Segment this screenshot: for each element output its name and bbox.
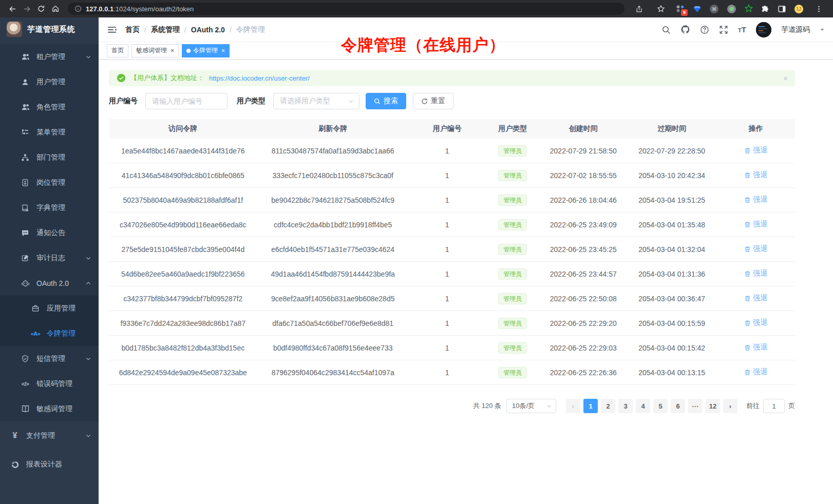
breadcrumb-item[interactable]: 系统管理 xyxy=(151,25,180,34)
cell-user-id: 1 xyxy=(409,221,486,229)
search-icon[interactable] xyxy=(661,25,671,34)
sidebar-item-oauth2-app[interactable]: 应用管理 xyxy=(0,296,99,321)
next-page-button[interactable]: › xyxy=(723,399,737,413)
trash-icon xyxy=(744,246,751,253)
user-name[interactable]: 芋道源码 xyxy=(781,25,810,34)
page-info-icon[interactable] xyxy=(74,5,82,12)
help-icon[interactable] xyxy=(700,25,709,34)
doc-link[interactable]: https://doc.iocoder.cn/user-center/ xyxy=(209,74,310,82)
reset-button[interactable]: 重置 xyxy=(413,93,453,109)
more-pages-icon[interactable]: ··· xyxy=(688,399,703,413)
gem-extension-icon[interactable] xyxy=(693,5,702,13)
force-logout-button[interactable]: 强退 xyxy=(744,294,767,303)
sidebar-item-label: 字典管理 xyxy=(36,203,65,212)
cell-user-type: 管理员 xyxy=(485,219,540,230)
recorder-extension-icon[interactable] xyxy=(727,4,736,14)
force-logout-button[interactable]: 强退 xyxy=(744,220,767,229)
table-row: f9336e7c7dd242a283ee98dc86b17a87 dfa6c71… xyxy=(109,311,795,336)
force-logout-button[interactable]: 强退 xyxy=(744,195,767,204)
page-button-4[interactable]: 4 xyxy=(636,399,650,413)
trash-icon xyxy=(744,197,751,203)
force-logout-button[interactable]: 强退 xyxy=(744,367,767,377)
cell-created-time: 2022-06-25 23:45:25 xyxy=(540,245,627,254)
github-icon[interactable] xyxy=(680,25,690,34)
page-button-3[interactable]: 3 xyxy=(618,399,633,413)
breadcrumb-item[interactable]: 首页 xyxy=(125,25,140,34)
page-button-2[interactable]: 2 xyxy=(601,399,615,413)
bookmark-star-icon[interactable] xyxy=(654,2,668,16)
blocker-extension-icon[interactable]: 9 xyxy=(676,4,685,13)
force-logout-button[interactable]: 强退 xyxy=(744,269,767,278)
force-logout-button[interactable]: 强退 xyxy=(744,318,767,327)
breadcrumb-item[interactable]: OAuth 2.0 xyxy=(191,26,225,34)
alert-close-icon[interactable]: × xyxy=(783,74,788,83)
chevron-down-icon[interactable] xyxy=(820,27,825,32)
browser-forward-icon[interactable] xyxy=(20,2,34,16)
tab-首页[interactable]: 首页 xyxy=(107,44,128,57)
page-size-select[interactable]: 10条/页 xyxy=(506,399,556,413)
side-panel-icon[interactable] xyxy=(778,5,786,13)
tab-令牌管理[interactable]: 令牌管理 × xyxy=(182,44,230,57)
search-button[interactable]: 搜索 xyxy=(366,93,406,109)
page-button-6[interactable]: 6 xyxy=(671,399,685,413)
user-avatar[interactable] xyxy=(756,22,771,37)
force-logout-button[interactable]: 强退 xyxy=(744,343,767,352)
cell-access-token: c347026e805e4d99b0d116eae66eda8c xyxy=(109,221,257,229)
force-logout-button[interactable]: 强退 xyxy=(744,146,767,155)
cell-created-time: 2022-06-25 22:29:03 xyxy=(540,344,627,352)
table-row: c347026e805e4d99b0d116eae66eda8c cdfc4ce… xyxy=(109,212,795,237)
font-size-icon[interactable]: TT xyxy=(738,25,746,34)
force-logout-button[interactable]: 强退 xyxy=(744,170,767,180)
sidebar-item-audit-log[interactable]: 审计日志 xyxy=(0,245,99,270)
browser-reload-icon[interactable] xyxy=(34,2,48,16)
profile-avatar-icon[interactable] xyxy=(794,4,804,14)
sidebar-item-sms[interactable]: 短信管理 xyxy=(0,346,99,371)
tab-敏感词管理[interactable]: 敏感词管理 × xyxy=(131,44,179,57)
puzzle-extensions-icon[interactable] xyxy=(761,5,770,13)
page-button-5[interactable]: 5 xyxy=(653,399,668,413)
logo-image xyxy=(7,22,22,37)
sidebar-item-dept[interactable]: 部门管理 xyxy=(0,145,99,170)
share-icon[interactable] xyxy=(632,2,646,16)
page-button-1[interactable]: 1 xyxy=(583,399,598,413)
goto-label: 前往 xyxy=(746,401,760,411)
sidebar-item-tenant[interactable]: 租户管理 xyxy=(0,44,99,69)
sidebar-item-post[interactable]: 岗位管理 xyxy=(0,170,99,195)
cell-expire-time: 2054-03-04 00:15:59 xyxy=(627,319,717,327)
close-icon[interactable]: × xyxy=(171,48,174,54)
cell-created-time: 2022-06-26 18:04:46 xyxy=(540,196,627,204)
cell-user-id: 1 xyxy=(409,295,486,303)
page-button-12[interactable]: 12 xyxy=(706,399,720,413)
prev-page-button[interactable]: ‹ xyxy=(566,399,580,413)
sidebar-item-sensitive-word[interactable]: 敏感词管理 xyxy=(0,396,99,421)
sidebar-item-report-designer[interactable]: 报表设计器 xyxy=(0,450,99,479)
browser-address-bar[interactable]: 127.0.0.1:1024/system/oauth2/token xyxy=(68,3,624,15)
green-star-extension-icon[interactable] xyxy=(744,4,753,13)
org-icon xyxy=(21,153,30,162)
sidebar-item-role[interactable]: 角色管理 xyxy=(0,94,99,120)
shortcut-extension-icon[interactable]: ⌘ xyxy=(709,4,719,14)
sidebar-item-menu[interactable]: 菜单管理 xyxy=(0,120,99,145)
sidebar-item-oauth2[interactable]: OAuth 2.0 xyxy=(0,270,99,296)
cell-refresh-token: 49d1aa46d1454fbd87591444423be9fa xyxy=(257,270,409,278)
browser-back-icon[interactable] xyxy=(5,2,20,16)
sidebar-item-error-code[interactable]: </> 错误码管理 xyxy=(0,371,99,396)
user-id-input[interactable] xyxy=(145,93,228,109)
close-icon[interactable]: × xyxy=(221,48,225,54)
app-logo[interactable]: 芋道管理系统 xyxy=(0,17,99,41)
user-type-select[interactable]: 请选择用户类型 xyxy=(273,93,359,109)
sidebar-collapse-icon[interactable] xyxy=(107,25,117,35)
sidebar-item-user[interactable]: 用户管理 xyxy=(0,69,99,94)
cell-user-type: 管理员 xyxy=(485,367,540,378)
user-type-badge: 管理员 xyxy=(498,293,527,304)
tab-label: 令牌管理 xyxy=(193,46,218,55)
sidebar-item-dict[interactable]: 字典管理 xyxy=(0,195,99,220)
goto-page-input[interactable] xyxy=(763,399,785,413)
sidebar-item-pay[interactable]: ¥ 支付管理 xyxy=(0,421,99,450)
force-logout-button[interactable]: 强退 xyxy=(744,244,767,254)
sidebar-item-oauth2-token[interactable]: «A» 令牌管理 xyxy=(0,321,99,346)
browser-menu-icon[interactable] xyxy=(811,2,826,16)
sidebar-item-notice[interactable]: 通知公告 xyxy=(0,220,99,245)
fullscreen-icon[interactable] xyxy=(719,25,728,34)
browser-home-icon[interactable] xyxy=(48,2,63,16)
